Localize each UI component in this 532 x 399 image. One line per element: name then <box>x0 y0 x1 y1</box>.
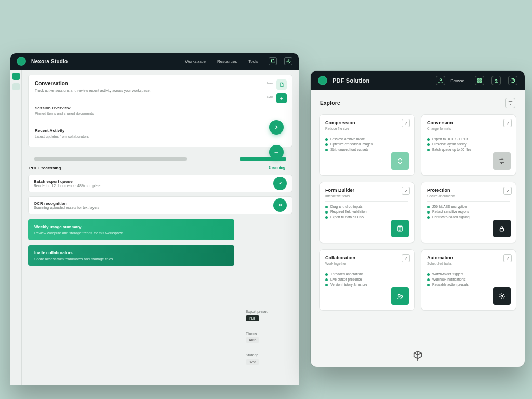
svg-rect-3 <box>478 79 480 81</box>
aside-export-chip[interactable]: PDF <box>246 315 259 321</box>
row1-action-icon[interactable] <box>273 177 287 190</box>
aside-storage-chip[interactable]: 82% <box>246 359 259 365</box>
menu-workspace[interactable]: Workspace <box>185 59 206 64</box>
svg-rect-4 <box>480 79 482 81</box>
filter-icon[interactable] <box>505 98 515 108</box>
activity-open-button[interactable] <box>269 145 284 159</box>
list-item: 256-bit AES encryption <box>427 205 510 208</box>
row2-action-icon[interactable] <box>273 198 287 212</box>
card-collaboration[interactable]: ⤢ Collaboration Work together Threaded a… <box>319 249 415 311</box>
card-protection-list: 256-bit AES encryption Redact sensitive … <box>427 205 510 219</box>
recent-activity-title: Recent Activity <box>35 128 286 133</box>
brand-logo-icon <box>17 57 26 66</box>
list-item: Certificate-based signing <box>427 215 510 219</box>
card-compression-expand-icon[interactable]: ⤢ <box>402 119 410 127</box>
row1-title: Batch export queue <box>34 179 287 184</box>
card-protection-meta: Secure documents <box>427 194 510 198</box>
processing-row-1[interactable]: Batch export queue Rendering 12 document… <box>28 175 292 192</box>
list-item: Lossless archive mode <box>325 137 408 141</box>
list-item: Batch queue up to 50 files <box>427 148 510 151</box>
settings-icon[interactable] <box>284 57 292 65</box>
card-protection[interactable]: ⤢ Protection Secure documents 256-bit AE… <box>421 182 516 243</box>
top-link-browse[interactable]: Browse <box>450 78 464 83</box>
help-icon[interactable] <box>508 76 517 85</box>
card-compression-meta: Reduce file size <box>325 127 408 130</box>
pdf-processing-tag: 3 running <box>269 166 285 169</box>
card-form-builder[interactable]: ⤢ Form Builder Interactive fields Drag-a… <box>319 182 415 243</box>
solution-titlebar: PDF Solution Browse <box>311 71 525 90</box>
card-protection-thumb-icon <box>493 220 511 237</box>
aside-row-export: Export preset PDF <box>246 310 292 321</box>
conversation-quick-actions <box>276 79 287 103</box>
workspace-brand: Nexora Studio <box>31 59 68 64</box>
row2-desc: Scanning uploaded assets for text layers <box>34 206 287 209</box>
list-item: Drag-and-drop inputs <box>325 205 408 208</box>
upload-icon[interactable] <box>491 76 501 85</box>
explore-title: Explore <box>320 100 340 106</box>
card-protection-expand-icon[interactable]: ⤢ <box>503 187 512 195</box>
card-conversion-meta: Change formats <box>427 127 510 130</box>
tile-usage-summary[interactable]: Weekly usage summary Review compute and … <box>28 219 234 240</box>
grid-icon[interactable] <box>475 76 484 85</box>
list-item: Optimize embedded images <box>325 142 408 146</box>
svg-point-11 <box>398 295 401 297</box>
card-conversion-expand-icon[interactable]: ⤢ <box>503 119 512 127</box>
svg-rect-10 <box>500 228 504 231</box>
recent-activity-desc: Latest updates from collaborators <box>35 135 286 138</box>
aside-theme-chip[interactable]: Auto <box>246 337 259 343</box>
card-auto-title: Automation <box>427 255 510 260</box>
card-compression[interactable]: ⤢ Compression Reduce file size Lossless … <box>319 114 415 176</box>
card-auto-list: Watch-folder triggers Webhook notificati… <box>427 272 510 286</box>
notifications-icon[interactable] <box>269 57 277 65</box>
tile2-title: Invite collaborators <box>34 250 228 255</box>
card-form-thumb-icon <box>391 220 409 237</box>
solution-logo-icon <box>318 76 327 85</box>
svg-point-12 <box>401 296 403 298</box>
svg-point-0 <box>288 61 289 62</box>
card-auto-meta: Scheduled tasks <box>427 262 510 265</box>
svg-point-1 <box>279 204 281 206</box>
card-protection-title: Protection <box>427 188 510 193</box>
conversation-desc: Track active sessions and review recent … <box>35 88 286 94</box>
menu-tools[interactable]: Tools <box>248 59 258 64</box>
list-item: Threaded annotations <box>325 272 408 276</box>
quick-add-icon[interactable] <box>276 93 287 103</box>
card-form-title: Form Builder <box>325 188 408 193</box>
quick-chip-2: Sync <box>267 95 273 98</box>
tile-invite[interactable]: Invite collaborators Share access with t… <box>28 245 234 266</box>
tile2-desc: Share access with teammates and manage r… <box>34 257 228 261</box>
card-conversion-list: Export to DOCX / PPTX Preserve layout fi… <box>427 137 510 151</box>
row1-desc: Rendering 12 documents · 48% complete <box>34 184 287 188</box>
list-item: Strip unused font subsets <box>325 148 408 151</box>
card-conversion[interactable]: ⤢ Conversion Change formats Export to DO… <box>421 114 516 176</box>
list-item: Version history & restore <box>325 283 408 286</box>
menu-resources[interactable]: Resources <box>217 59 237 64</box>
processing-row-2[interactable]: OCR recognition Scanning uploaded assets… <box>28 196 292 214</box>
footer-cube-icon <box>412 350 423 362</box>
conversation-panel: Conversation Track active sessions and r… <box>28 75 292 147</box>
progress-row <box>28 151 292 161</box>
list-item: Preserve layout fidelity <box>427 142 510 146</box>
svg-rect-6 <box>480 81 482 83</box>
list-item: Export fill data as CSV <box>325 215 408 219</box>
aside-row-storage: Storage 82% <box>246 353 292 365</box>
card-auto-thumb-icon <box>493 287 511 305</box>
card-collab-expand-icon[interactable]: ⤢ <box>402 254 410 262</box>
explore-header: Explore <box>311 90 525 111</box>
card-form-expand-icon[interactable]: ⤢ <box>402 187 410 195</box>
card-conversion-title: Conversion <box>427 120 510 125</box>
quick-chip-1: New <box>267 82 273 85</box>
quick-doc-icon[interactable] <box>276 79 287 90</box>
rail-tab-2[interactable] <box>12 83 20 90</box>
card-automation[interactable]: ⤢ Automation Scheduled tasks Watch-folde… <box>421 249 516 311</box>
svg-rect-5 <box>478 81 480 83</box>
cards-grid: ⤢ Compression Reduce file size Lossless … <box>311 111 525 317</box>
session-overview-title: Session Overview <box>35 105 286 110</box>
rail-tab-1[interactable] <box>12 73 20 80</box>
card-auto-expand-icon[interactable]: ⤢ <box>503 254 512 262</box>
vertical-tab-rail <box>10 70 22 385</box>
aside-export-label: Export preset <box>246 310 292 313</box>
card-compression-thumb-icon <box>391 152 409 170</box>
session-open-button[interactable] <box>269 120 284 135</box>
user-icon[interactable] <box>436 76 445 85</box>
